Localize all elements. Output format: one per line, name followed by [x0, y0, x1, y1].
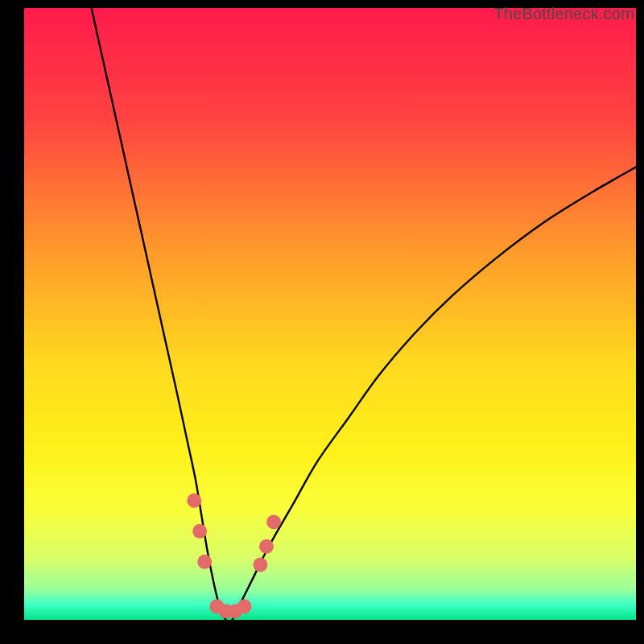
highlight-dot	[266, 514, 281, 529]
highlight-dot	[197, 555, 212, 569]
curve-layer	[24, 8, 636, 620]
plot-area	[24, 8, 636, 620]
bottleneck-curve	[92, 8, 636, 620]
highlight-dot	[237, 599, 252, 613]
highlight-dot	[192, 524, 207, 539]
chart-frame: TheBottleneck.com	[0, 0, 644, 644]
highlight-dot	[259, 539, 274, 554]
highlight-dot	[187, 493, 201, 508]
watermark-text: TheBottleneck.com	[493, 5, 634, 23]
highlight-dot	[253, 558, 267, 572]
